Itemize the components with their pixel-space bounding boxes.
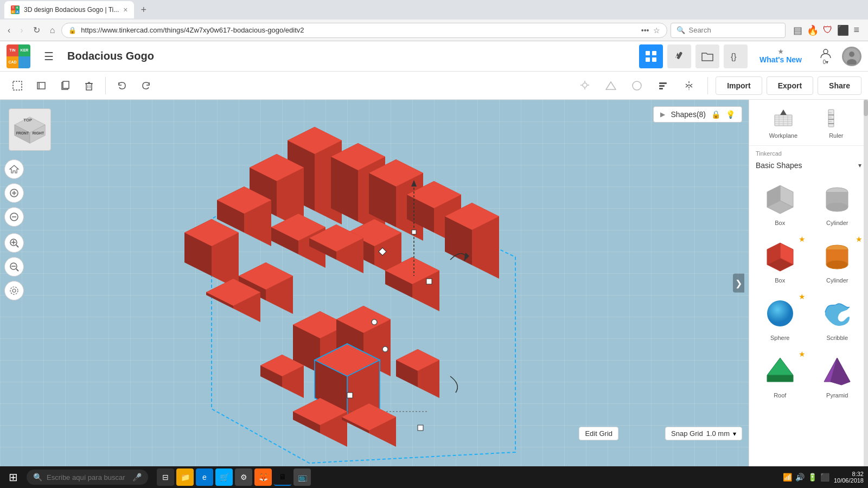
3d-shapes-area[interactable]: [108, 111, 553, 466]
undo-button[interactable]: [111, 75, 133, 97]
taskbar-clock[interactable]: 8:32 10/06/2018: [834, 471, 864, 484]
zoom-out-button-2[interactable]: [4, 257, 24, 277]
taskbar-mic-icon[interactable]: 🎤: [132, 473, 142, 481]
taskbar-apps: ⊟ 📁 e 🛒 ⚙ 🦊 🖥 📺: [157, 468, 311, 486]
folder-button[interactable]: [695, 44, 719, 68]
export-button[interactable]: Export: [767, 76, 813, 95]
start-button[interactable]: ⊞: [4, 468, 22, 486]
refresh-button[interactable]: ↻: [30, 23, 43, 37]
taskbar-notification-icon[interactable]: ⬛: [820, 473, 829, 481]
tab-favicon: T K C A: [11, 5, 20, 14]
svg-point-6: [824, 49, 828, 54]
mirror-button[interactable]: [678, 75, 700, 97]
browser-search-bar[interactable]: 🔍: [671, 23, 786, 38]
shapes-panel-eye-icon[interactable]: 💡: [726, 110, 735, 119]
taskbar-time-display: 8:32: [852, 471, 864, 477]
taskbar-app-edge[interactable]: e: [196, 468, 213, 486]
toolbar-divider-2: [707, 77, 708, 94]
canvas-area[interactable]: TOP FRONT RIGHT: [0, 100, 749, 466]
delete-button[interactable]: [78, 75, 100, 97]
scrollbar-thumb[interactable]: [864, 100, 868, 116]
circle-button[interactable]: [626, 75, 648, 97]
shape-item-purple-pyramid[interactable]: Pyramid: [811, 349, 864, 402]
import-button[interactable]: Import: [716, 76, 762, 95]
copy-button[interactable]: [54, 75, 76, 97]
viewport-gizmo[interactable]: TOP FRONT RIGHT: [9, 108, 51, 151]
more-icon[interactable]: •••: [641, 26, 649, 35]
panel-next-arrow[interactable]: ❯: [733, 274, 744, 293]
search-input[interactable]: [688, 26, 780, 34]
taskbar-date-display: 10/06/2018: [834, 477, 864, 484]
user-avatar[interactable]: [842, 47, 861, 66]
code-button[interactable]: {}: [724, 44, 748, 68]
tools-button[interactable]: [667, 44, 691, 68]
shape-item-red-box[interactable]: ★ Box: [754, 234, 807, 287]
shape-item-green-roof[interactable]: ★ Roof: [754, 349, 807, 402]
svg-rect-104: [426, 279, 432, 284]
zoom-in-button[interactable]: [4, 233, 24, 253]
grid-view-button[interactable]: [639, 44, 663, 68]
shape-item-orange-cylinder[interactable]: ★ Cylinder: [811, 234, 864, 287]
whats-new-label: What's New: [760, 55, 802, 64]
light-button[interactable]: [574, 75, 596, 97]
active-tab[interactable]: T K C A 3D design Bodacious Gogo | Ti...…: [4, 1, 134, 18]
taskbar-network-icon[interactable]: 📶: [783, 473, 792, 481]
shape-item-grey-box[interactable]: Box: [754, 176, 807, 229]
taskbar-app-explorer[interactable]: 📁: [176, 468, 194, 486]
redo-button[interactable]: [135, 75, 157, 97]
shapes-panel-lock-icon[interactable]: 🔒: [711, 110, 720, 119]
new-tab-button[interactable]: +: [136, 4, 151, 16]
taskbar-app-settings[interactable]: ⚙: [235, 468, 252, 486]
edit-grid-button[interactable]: Edit Grid: [579, 427, 618, 440]
shape-icon-green-roof: [761, 352, 799, 390]
workplane-button[interactable]: Workplane: [769, 106, 797, 139]
taskbar-search[interactable]: 🔍 🎤: [27, 470, 148, 485]
right-panel-scrollbar[interactable]: [864, 100, 868, 466]
taskbar-battery-icon[interactable]: 🔋: [808, 473, 817, 481]
share-button[interactable]: Share: [818, 76, 861, 95]
flame-icon[interactable]: 🔥: [807, 24, 819, 36]
reading-list-icon[interactable]: ▤: [793, 24, 802, 36]
taskbar-app-tinkercad[interactable]: 🖥: [274, 468, 291, 486]
user-button[interactable]: 0▾: [814, 44, 838, 68]
align-button[interactable]: [652, 75, 674, 97]
extensions-icon[interactable]: ⬛: [837, 24, 849, 36]
workplane-label: Workplane: [769, 132, 797, 139]
bookmark-icon[interactable]: ☆: [653, 26, 660, 35]
fit-view-button[interactable]: [4, 183, 24, 203]
hamburger-button[interactable]: ☰: [37, 44, 61, 68]
shape-item-grey-cylinder[interactable]: Cylinder: [811, 176, 864, 229]
whats-new-button[interactable]: ★ What's New: [752, 45, 809, 67]
shape-icon-red-box: [761, 237, 799, 275]
shape-item-blue-sphere[interactable]: ★ Sphere: [754, 291, 807, 344]
workplane-ruler-section: Workplane Ruler: [749, 100, 868, 146]
shield-icon[interactable]: 🛡: [823, 24, 833, 36]
taskbar-search-input[interactable]: [47, 473, 128, 481]
tab-close-button[interactable]: ×: [123, 5, 127, 14]
taskbar-app-store[interactable]: 🛒: [215, 468, 233, 486]
home-button[interactable]: ⌂: [47, 23, 59, 37]
cut-button[interactable]: [30, 75, 52, 97]
select-button[interactable]: [7, 75, 28, 97]
svg-rect-0: [646, 51, 650, 55]
url-bar[interactable]: 🔒 https://www.tinkercad.com/things/4Zw7x…: [61, 23, 667, 38]
taskbar-app-taskview[interactable]: ⊟: [157, 468, 174, 486]
snap-dropdown-button[interactable]: ▾: [733, 430, 736, 438]
home-view-button[interactable]: [4, 159, 24, 179]
shape-label-grey-cylinder: Cylinder: [826, 220, 848, 226]
zoom-out-button[interactable]: [4, 207, 24, 227]
settings-view-button[interactable]: [4, 281, 24, 300]
shape-item-scribble[interactable]: Scribble: [811, 291, 864, 344]
shapes-panel-arrow[interactable]: ▶: [660, 111, 665, 118]
tinkercad-logo: TIN KER CAD: [7, 44, 30, 68]
menu-icon[interactable]: ≡: [853, 24, 859, 36]
shapes-dropdown-button[interactable]: ▾: [858, 162, 861, 169]
back-button[interactable]: ‹: [4, 23, 14, 37]
ruler-button[interactable]: Ruler: [824, 106, 848, 139]
shapes-panel[interactable]: ▶ Shapes(8) 🔒 💡: [653, 106, 742, 123]
taskbar-app-firefox[interactable]: 🦊: [254, 468, 272, 486]
taskbar-app-files[interactable]: 📺: [293, 468, 311, 486]
forward-button[interactable]: ›: [17, 23, 26, 37]
shape-button[interactable]: [600, 75, 622, 97]
taskbar-volume-icon[interactable]: 🔊: [795, 473, 805, 481]
